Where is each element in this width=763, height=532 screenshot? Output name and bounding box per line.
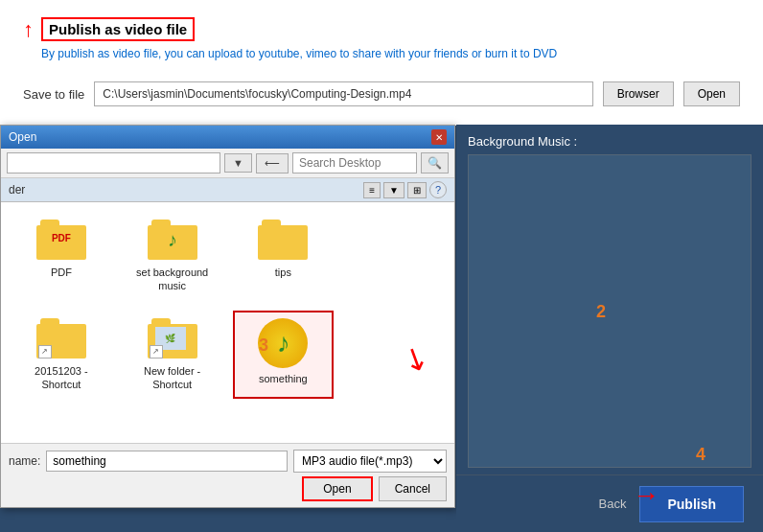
list-item[interactable]: ↗ 20151203 -Shortcut — [11, 311, 112, 400]
view-list-btn[interactable]: ≡ — [363, 182, 381, 198]
music-list-area — [468, 154, 751, 468]
file-dialog-nav: der ≡ ▼ ⊞ ? — [1, 178, 454, 202]
filename-label: name: — [9, 454, 40, 468]
folder-tips-icon — [258, 220, 308, 262]
back-button[interactable]: Back — [599, 497, 627, 511]
folder-pdf-icon: PDF — [36, 220, 86, 262]
publish-subtitle: By publish as video file, you can upload… — [41, 47, 557, 60]
file-item-label: New folder -Shortcut — [144, 364, 200, 392]
file-dialog-bottom: name: MP3 audio file(*.mp3) Open Cancel — [1, 443, 454, 507]
file-dialog-titlebar: Open ✕ — [1, 126, 454, 149]
arrow-indicator: ↑ — [23, 19, 34, 40]
save-path-input[interactable] — [94, 81, 592, 106]
file-grid: PDF PDF ♪ set backgroundmusic tips — [1, 202, 454, 443]
back-nav-btn[interactable]: ⟵ — [256, 153, 289, 173]
scrollbar[interactable] — [343, 212, 353, 301]
browser-button[interactable]: Browser — [603, 81, 674, 106]
file-item-label: PDF — [51, 266, 72, 279]
folder-new-shortcut-icon: 🌿 ↗ — [148, 318, 197, 360]
file-item-label: tips — [275, 266, 291, 279]
right-panel: Background Music : + Add music ⊗ Remove — [456, 125, 763, 508]
folder-shortcut-icon: ↗ — [36, 318, 86, 360]
publish-title: Publish as video file — [41, 17, 195, 41]
view-controls: ≡ ▼ ⊞ ? — [363, 181, 447, 198]
save-label: Save to file — [23, 87, 84, 102]
save-row: Save to file Browser Open — [23, 81, 740, 106]
dialog-button-row: Open Cancel — [9, 476, 447, 501]
file-browser-dialog: Open ✕ ▼ ⟵ 🔍 der ≡ ▼ ⊞ ? PDF PDF — [0, 125, 455, 508]
cancel-button[interactable]: Cancel — [379, 476, 447, 501]
file-item-label: set backgroundmusic — [136, 266, 208, 293]
open-file-button[interactable]: Open — [683, 81, 740, 106]
search-input[interactable] — [292, 152, 417, 173]
bg-music-label: Background Music : — [456, 125, 763, 154]
view-dropdown-btn[interactable]: ▼ — [383, 182, 405, 198]
publish-dialog: ↑ Publish as video file By publish as vi… — [0, 0, 763, 126]
list-item[interactable]: ♪ something — [233, 311, 335, 400]
publish-button[interactable]: Publish — [639, 486, 744, 522]
close-button[interactable]: ✕ — [431, 129, 447, 145]
nav-label: der — [9, 183, 25, 197]
filename-input[interactable] — [46, 451, 288, 472]
file-dialog-title: Open — [9, 130, 36, 144]
list-item[interactable]: ♪ set backgroundmusic — [122, 212, 223, 301]
list-item[interactable]: tips — [233, 212, 335, 301]
view-grid-btn[interactable]: ⊞ — [407, 182, 427, 198]
list-item[interactable]: PDF PDF — [11, 212, 112, 301]
file-dialog-toolbar: ▼ ⟵ 🔍 — [1, 149, 454, 178]
list-item[interactable]: 🌿 ↗ New folder -Shortcut — [122, 311, 223, 400]
file-item-label: 20151203 -Shortcut — [35, 364, 88, 392]
dropdown-btn[interactable]: ▼ — [224, 153, 252, 173]
filetype-select[interactable]: MP3 audio file(*.mp3) — [293, 450, 447, 473]
open-button[interactable]: Open — [302, 476, 372, 501]
help-button[interactable]: ? — [429, 181, 447, 198]
filename-row: name: MP3 audio file(*.mp3) — [9, 450, 447, 473]
search-button[interactable]: 🔍 — [421, 152, 449, 173]
address-bar[interactable] — [7, 152, 220, 173]
publish-bottom-bar: Back Publish — [456, 474, 763, 532]
music-file-icon: ♪ — [258, 318, 308, 368]
file-item-label: something — [259, 372, 308, 385]
folder-music-icon: ♪ — [148, 220, 197, 262]
